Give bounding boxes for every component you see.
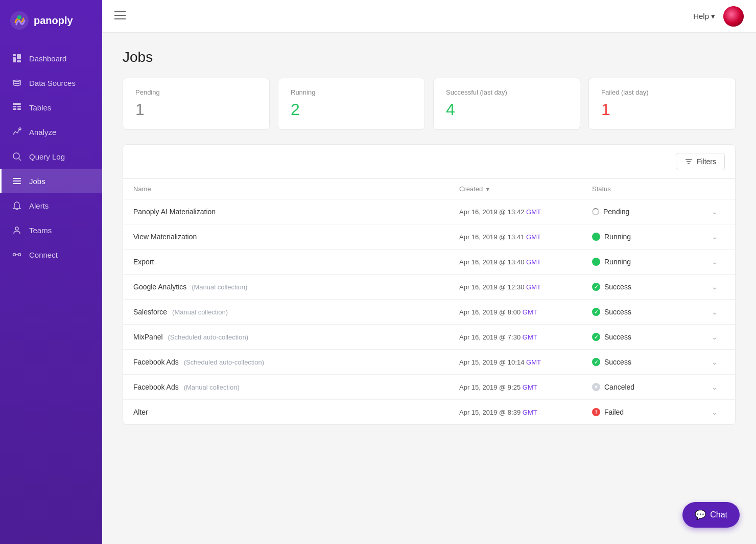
failed-icon — [592, 408, 600, 416]
job-date: Apr 15, 2019 @ 10:14 GMT — [459, 358, 592, 366]
jobs-table-header-bar: Filters — [123, 145, 735, 179]
table-row[interactable]: Alter Apr 15, 2019 @ 8:39 GMT Failed ⌄ — [123, 400, 735, 424]
job-date: Apr 16, 2019 @ 7:30 GMT — [459, 333, 592, 341]
stat-label-pending: Pending — [135, 88, 257, 96]
job-date: Apr 16, 2019 @ 13:41 GMT — [459, 233, 592, 241]
row-expand-icon[interactable]: ⌄ — [704, 358, 725, 366]
date-gmt: GMT — [526, 358, 541, 366]
svg-rect-2 — [13, 54, 16, 56]
job-type: (Manual collection) — [184, 383, 240, 391]
job-status: Success — [592, 358, 704, 366]
help-button[interactable]: Help ▾ — [693, 12, 715, 21]
date-gmt: GMT — [526, 283, 541, 291]
table-row[interactable]: MixPanel (Scheduled auto-collection) Apr… — [123, 325, 735, 350]
svg-rect-10 — [17, 108, 21, 110]
job-type: (Manual collection) — [172, 308, 228, 316]
sidebar-item-query-log-label: Query Log — [29, 152, 65, 161]
sidebar-logo[interactable]: panoply — [0, 0, 102, 41]
topbar: Help ▾ — [102, 0, 756, 33]
filters-icon — [684, 157, 693, 166]
sidebar-item-teams[interactable]: Teams — [0, 218, 102, 242]
svg-rect-9 — [13, 108, 16, 110]
job-date: Apr 15, 2019 @ 8:39 GMT — [459, 409, 592, 416]
svg-point-12 — [13, 153, 19, 159]
job-name: Export — [133, 258, 459, 266]
sidebar-item-jobs[interactable]: Jobs — [0, 169, 102, 193]
table-row[interactable]: Facebook Ads (Scheduled auto-collection)… — [123, 350, 735, 375]
row-expand-icon[interactable]: ⌄ — [704, 408, 725, 416]
sidebar-item-query-log[interactable]: Query Log — [0, 144, 102, 169]
job-status: Pending — [592, 208, 704, 216]
table-row[interactable]: Panoply AI Materialization Apr 16, 2019 … — [123, 199, 735, 224]
stat-value-failed: 1 — [601, 100, 723, 119]
job-type: (Scheduled auto-collection) — [184, 358, 265, 366]
date-gmt: GMT — [523, 383, 537, 391]
job-name: MixPanel (Scheduled auto-collection) — [133, 333, 459, 341]
sidebar-item-analyze[interactable]: Analyze — [0, 120, 102, 144]
job-name: Panoply AI Materialization — [133, 208, 459, 216]
sidebar-item-data-sources[interactable]: Data Sources — [0, 71, 102, 95]
pending-spinner-icon — [592, 208, 599, 215]
tables-icon — [12, 102, 22, 112]
table-row[interactable]: View Materialization Apr 16, 2019 @ 13:4… — [123, 224, 735, 250]
success-icon — [592, 308, 600, 316]
row-expand-icon[interactable]: ⌄ — [704, 208, 725, 216]
job-type: (Scheduled auto-collection) — [168, 333, 248, 341]
canceled-icon — [592, 383, 600, 391]
chat-icon: 💬 — [695, 509, 706, 520]
column-created-label: Created — [459, 185, 483, 193]
svg-rect-7 — [13, 106, 16, 107]
sidebar-item-alerts-label: Alerts — [29, 201, 49, 210]
row-expand-icon[interactable]: ⌄ — [704, 308, 725, 316]
job-type: (Manual collection) — [192, 283, 247, 291]
stat-card-successful: Successful (last day) 4 — [433, 78, 580, 130]
svg-line-13 — [19, 158, 21, 161]
table-row[interactable]: Export Apr 16, 2019 @ 13:40 GMT Running … — [123, 250, 735, 275]
job-name: View Materialization — [133, 233, 459, 241]
stat-card-running: Running 2 — [278, 78, 425, 130]
sidebar-item-teams-label: Teams — [29, 226, 52, 235]
hamburger-icon[interactable] — [114, 11, 126, 22]
table-row[interactable]: Google Analytics (Manual collection) Apr… — [123, 275, 735, 300]
svg-point-11 — [19, 128, 21, 130]
column-header-name: Name — [133, 185, 459, 193]
sidebar-item-alerts[interactable]: Alerts — [0, 193, 102, 218]
running-icon — [592, 258, 600, 266]
data-sources-icon — [12, 78, 22, 88]
row-expand-icon[interactable]: ⌄ — [704, 233, 725, 241]
panoply-logo-icon — [10, 11, 29, 30]
column-name-label: Name — [133, 185, 151, 193]
sidebar-item-tables[interactable]: Tables — [0, 95, 102, 120]
job-status: Canceled — [592, 383, 704, 391]
stat-value-successful: 4 — [446, 100, 568, 119]
column-status-label: Status — [592, 185, 611, 193]
connect-icon — [12, 250, 22, 260]
row-expand-icon[interactable]: ⌄ — [704, 283, 725, 291]
stat-value-pending: 1 — [135, 100, 257, 119]
table-row[interactable]: Facebook Ads (Manual collection) Apr 15,… — [123, 375, 735, 400]
svg-rect-16 — [13, 183, 21, 184]
svg-point-1 — [17, 15, 21, 19]
row-expand-icon[interactable]: ⌄ — [704, 258, 725, 266]
table-row[interactable]: Salesforce (Manual collection) Apr 16, 2… — [123, 300, 735, 325]
column-header-status: Status — [592, 185, 704, 193]
sort-arrow-icon: ▼ — [485, 186, 490, 192]
sidebar-item-dashboard-label: Dashboard — [29, 54, 66, 63]
job-date: Apr 16, 2019 @ 13:42 GMT — [459, 208, 592, 216]
sidebar-item-dashboard[interactable]: Dashboard — [0, 46, 102, 71]
filters-button[interactable]: Filters — [676, 153, 725, 170]
stat-label-successful: Successful (last day) — [446, 88, 568, 96]
svg-point-19 — [18, 254, 21, 256]
row-expand-icon[interactable]: ⌄ — [704, 333, 725, 341]
sidebar-navigation: Dashboard Data Sources Tables Analyze — [0, 46, 102, 267]
jobs-icon — [12, 176, 22, 186]
topbar-right: Help ▾ — [693, 6, 744, 27]
success-icon — [592, 333, 600, 341]
alerts-icon — [12, 200, 22, 211]
column-header-created[interactable]: Created ▼ — [459, 185, 592, 193]
avatar[interactable] — [723, 6, 744, 27]
row-expand-icon[interactable]: ⌄ — [704, 383, 725, 391]
chat-button[interactable]: 💬 Chat — [682, 502, 740, 528]
date-gmt: GMT — [526, 258, 541, 266]
sidebar-item-connect[interactable]: Connect — [0, 242, 102, 267]
